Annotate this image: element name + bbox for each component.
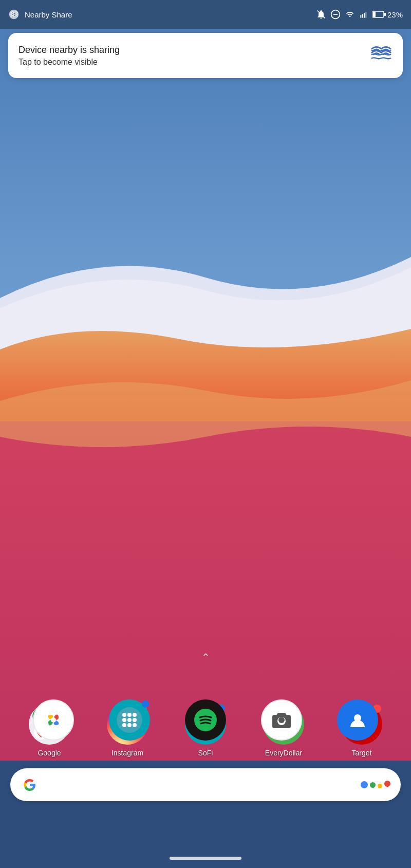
battery-percent: 23% (387, 10, 403, 19)
notification-title: Device nearby is sharing (18, 45, 362, 56)
svg-point-52 (133, 718, 137, 722)
photos-icon (33, 699, 74, 741)
spotify-icon-wrapper (185, 699, 226, 741)
spotify-icon (185, 699, 226, 741)
dock-contacts[interactable] (327, 699, 388, 745)
dock-sofi-badge (142, 700, 149, 708)
google-g-logo (21, 775, 39, 794)
dock-sofi-icon-wrapper (109, 699, 150, 741)
nearby-share-status-icon (8, 9, 20, 20)
assistant-dot-blue (361, 781, 368, 788)
svg-point-47 (122, 713, 126, 717)
search-bar[interactable] (10, 768, 401, 801)
instagram-label: Instagram (111, 749, 143, 757)
home-indicator[interactable] (170, 857, 241, 860)
svg-point-50 (122, 718, 126, 722)
sofi-label: SoFi (198, 749, 213, 757)
everydollar-label: EveryDollar (265, 749, 302, 757)
assistant-dot-red (384, 781, 390, 787)
camera-icon-wrapper (261, 699, 302, 741)
bell-muted-icon (316, 9, 326, 20)
signal-icon (359, 10, 368, 19)
dock-camera[interactable] (251, 699, 312, 745)
svg-rect-6 (360, 15, 361, 17)
dock-sofi[interactable] (99, 699, 160, 745)
assistant-dot-yellow (378, 784, 382, 788)
wifi-icon (345, 10, 355, 19)
swipe-up-indicator: ⌃ (201, 651, 210, 663)
svg-rect-12 (384, 13, 386, 16)
notification-text: Device nearby is sharing Tap to become v… (18, 45, 362, 67)
dock (0, 699, 411, 745)
svg-rect-7 (362, 14, 363, 17)
svg-rect-11 (373, 12, 376, 17)
svg-point-51 (127, 718, 132, 722)
contacts-icon-wrapper (337, 699, 378, 741)
google-assistant-icon[interactable] (361, 781, 390, 788)
do-not-disturb-icon (330, 9, 341, 20)
google-label: Google (38, 749, 61, 757)
battery-indicator: 23% (372, 10, 403, 19)
svg-point-53 (122, 723, 126, 727)
nearby-share-label: Nearby Share (25, 10, 72, 19)
svg-point-49 (133, 713, 137, 717)
status-left: Nearby Share (8, 9, 72, 20)
svg-point-45 (51, 717, 56, 723)
notification-card[interactable]: Device nearby is sharing Tap to become v… (8, 33, 403, 78)
svg-point-55 (133, 723, 137, 727)
nearby-share-icon (370, 43, 393, 68)
dock-photos[interactable] (23, 699, 84, 745)
svg-rect-9 (365, 12, 366, 17)
contacts-icon (337, 699, 378, 741)
notification-subtitle: Tap to become visible (18, 58, 362, 67)
photos-icon-wrapper (33, 699, 74, 741)
status-bar: Nearby Share (0, 0, 411, 29)
svg-rect-8 (364, 13, 365, 17)
status-right: 23% (316, 9, 403, 20)
target-label: Target (352, 749, 372, 757)
dock-spotify[interactable] (175, 699, 236, 745)
assistant-dot-green (370, 782, 376, 788)
svg-point-48 (127, 713, 132, 717)
camera-icon (261, 699, 302, 741)
svg-point-54 (127, 723, 132, 727)
